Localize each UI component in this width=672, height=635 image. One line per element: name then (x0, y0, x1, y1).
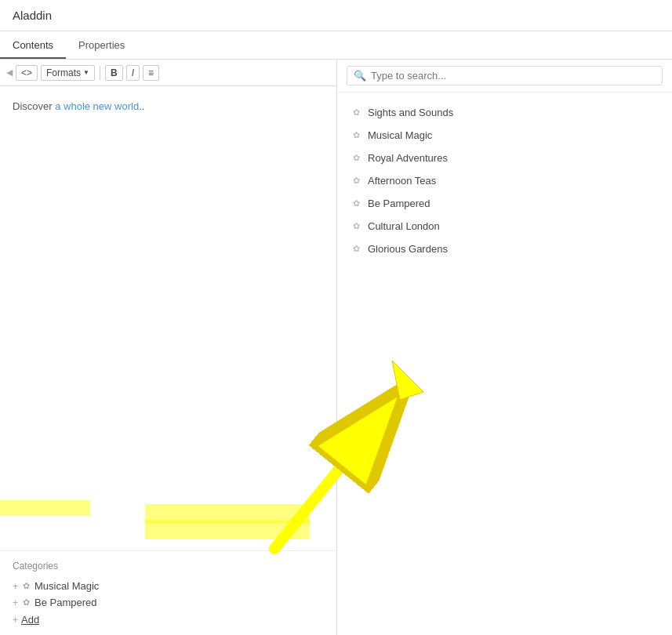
bottom-category-label-1: Musical Magic (35, 580, 99, 592)
code-button[interactable]: <> (16, 65, 38, 81)
editor-link-text[interactable]: a whole new world (55, 100, 139, 112)
add-link[interactable]: Add (21, 614, 39, 626)
plus-icon-1: + (13, 581, 18, 592)
cat-label-0: Sights and Sounds (368, 107, 453, 118)
cat-label-1: Musical Magic (368, 129, 432, 141)
italic-button[interactable]: I (126, 65, 140, 81)
app-title: Aladdin (13, 9, 52, 22)
category-list: ✿ Sights and Sounds ✿ Musical Magic ✿ Ro… (337, 93, 672, 269)
bottom-category-item-1: + ✿ Musical Magic (13, 578, 324, 594)
tab-contents[interactable]: Contents (0, 33, 66, 59)
cat-icon-2: ✿ (353, 153, 360, 163)
add-plus-icon: + (13, 615, 18, 626)
right-panel: 🔍 ✿ Sights and Sounds ✿ Musical Magic ✿ … (337, 60, 672, 635)
search-icon: 🔍 (354, 70, 366, 82)
tab-properties[interactable]: Properties (66, 33, 137, 59)
cat-icon-4: ✿ (353, 198, 360, 209)
editor-text-before: Discover (13, 100, 55, 112)
plus-icon-2: + (13, 597, 18, 608)
scroll-left-icon: ◀ (6, 67, 13, 78)
cat-icon-1: ✿ (353, 130, 360, 140)
cat-icon-3: ✿ (353, 176, 360, 186)
search-input[interactable] (371, 70, 656, 82)
list-item-0[interactable]: ✿ Sights and Sounds (350, 102, 659, 123)
settings-icon-1: ✿ (23, 581, 30, 591)
editor-text-after: .. (139, 100, 144, 112)
editor-toolbar: ◀ <> Formats ▼ B I ≡ (0, 60, 336, 86)
add-link-row: + Add (13, 614, 324, 626)
settings-icon-2: ✿ (23, 597, 30, 608)
align-button[interactable]: ≡ (143, 65, 159, 81)
tab-bar: Contents Properties (0, 31, 672, 60)
list-item-6[interactable]: ✿ Glorious Gardens (350, 238, 659, 259)
cat-icon-6: ✿ (353, 244, 360, 254)
chevron-down-icon: ▼ (83, 69, 89, 76)
main-layout: ◀ <> Formats ▼ B I ≡ Discover a whole ne… (0, 60, 672, 635)
cat-label-3: Afternoon Teas (368, 175, 436, 187)
cat-label-6: Glorious Gardens (368, 243, 448, 255)
cat-label-4: Be Pampered (368, 198, 430, 209)
categories-header: Categories (13, 561, 324, 572)
formats-dropdown[interactable]: Formats ▼ (41, 65, 95, 81)
list-item-2[interactable]: ✿ Royal Adventures (350, 147, 659, 169)
list-item-1[interactable]: ✿ Musical Magic (350, 125, 659, 146)
search-bar: 🔍 (337, 60, 672, 93)
left-panel: ◀ <> Formats ▼ B I ≡ Discover a whole ne… (0, 60, 337, 635)
bottom-category-label-2: Be Pampered (35, 597, 97, 608)
list-item-5[interactable]: ✿ Cultural London (350, 216, 659, 237)
bottom-section: Categories + ✿ Musical Magic + ✿ Be Pamp… (0, 550, 336, 635)
search-input-wrapper: 🔍 (347, 66, 663, 85)
list-item-4[interactable]: ✿ Be Pampered (350, 193, 659, 214)
cat-icon-5: ✿ (353, 221, 360, 231)
toolbar-separator (100, 66, 100, 80)
bottom-category-item-2: + ✿ Be Pampered (13, 594, 324, 611)
editor-area[interactable]: Discover a whole new world.. (0, 86, 336, 550)
title-bar: Aladdin (0, 0, 672, 31)
cat-label-5: Cultural London (368, 220, 440, 232)
list-item-3[interactable]: ✿ Afternoon Teas (350, 170, 659, 191)
cat-icon-0: ✿ (353, 107, 360, 118)
cat-label-2: Royal Adventures (368, 152, 448, 164)
bold-button[interactable]: B (105, 65, 123, 81)
